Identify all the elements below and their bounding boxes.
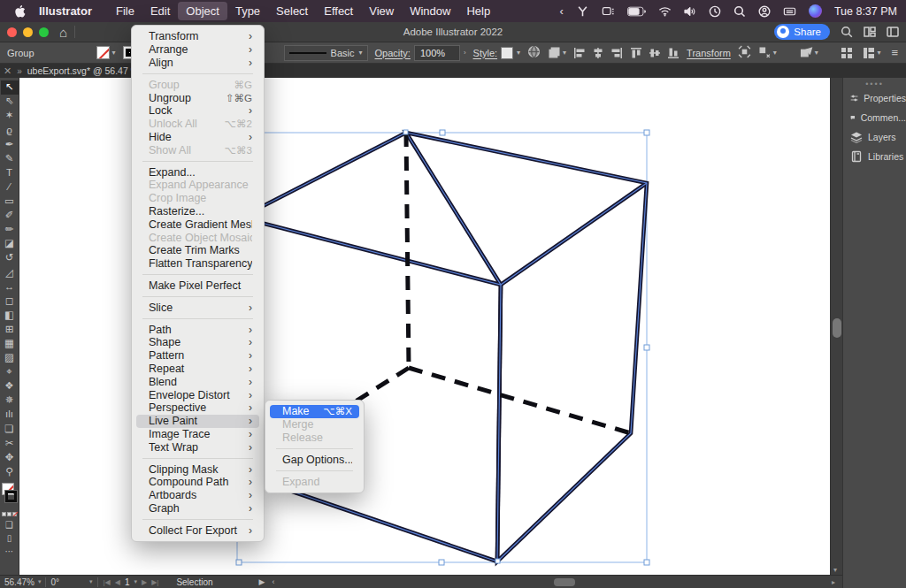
home-icon[interactable]: ⌂ — [59, 25, 67, 40]
panel-layers[interactable]: Layers — [843, 127, 906, 147]
workspace-switcher-icon[interactable]: ▾ — [863, 47, 880, 59]
control-bar-menu-icon[interactable]: ≡ — [891, 46, 899, 59]
prev-artboard-icon[interactable]: ◀ — [115, 578, 120, 586]
menu-item-shape[interactable]: Shape› — [136, 336, 259, 349]
fill-color-swatch[interactable] — [96, 46, 110, 59]
menubar-item-effect[interactable]: Effect — [316, 2, 361, 20]
menu-item-repeat[interactable]: Repeat› — [136, 363, 259, 376]
stroke-swatch[interactable] — [5, 491, 17, 502]
menu-item-slice[interactable]: Slice› — [136, 301, 259, 314]
menubar-item-object[interactable]: Object — [178, 2, 227, 20]
spotlight-icon[interactable] — [733, 5, 746, 18]
menu-item-graph[interactable]: Graph› — [136, 502, 259, 515]
isolate-selection-icon[interactable] — [738, 45, 751, 60]
align-center-icon[interactable] — [592, 47, 604, 59]
zoom-window-button[interactable] — [39, 27, 49, 37]
menubar-item-edit[interactable]: Edit — [142, 2, 178, 20]
width-tool[interactable]: ↔ — [1, 279, 19, 294]
lasso-tool[interactable]: ϱ — [1, 123, 19, 137]
opacity-expand-icon[interactable]: › — [464, 49, 466, 57]
menu-item-arrange[interactable]: Arrange› — [136, 43, 259, 57]
volume-icon[interactable] — [684, 5, 696, 18]
pen-tool[interactable]: ✒ — [1, 137, 19, 151]
menubar-item-type[interactable]: Type — [227, 2, 268, 20]
align-top-icon[interactable] — [630, 47, 642, 59]
perspective-grid-tool[interactable]: ⊞ — [1, 323, 19, 337]
fill-chevron-icon[interactable]: ▾ — [112, 49, 116, 57]
opacity-input[interactable]: 100% — [414, 45, 460, 61]
menu-item-collect-for-export[interactable]: Collect For Export› — [136, 523, 259, 537]
menu-item-compound-path[interactable]: Compound Path› — [136, 476, 259, 489]
menu-item-ungroup[interactable]: Ungroup⇧⌘G — [136, 91, 259, 104]
type-tool[interactable]: T — [1, 166, 19, 180]
scroll-right-icon[interactable]: ▸ — [832, 578, 835, 586]
menu-item-rasterize[interactable]: Rasterize... — [136, 205, 259, 218]
menu-item-expand[interactable]: Expand... — [136, 165, 259, 179]
fill-stroke-swatches[interactable] — [1, 483, 19, 508]
none-button[interactable] — [12, 512, 17, 516]
curvature-tool[interactable]: ✎ — [1, 151, 19, 165]
menu-item-transform[interactable]: Transform› — [136, 30, 259, 43]
menubar-item-view[interactable]: View — [361, 2, 402, 20]
panel-comments[interactable]: Commen... — [843, 108, 906, 127]
menubar-item-window[interactable]: Window — [402, 2, 458, 20]
align-left-icon[interactable] — [573, 47, 586, 59]
siri-icon[interactable] — [809, 4, 822, 18]
battery-icon[interactable] — [627, 5, 646, 18]
time-machine-icon[interactable] — [709, 5, 721, 18]
transform-link[interactable]: Transform — [687, 48, 731, 58]
menu-item-blend[interactable]: Blend› — [136, 375, 259, 388]
menubar-item-help[interactable]: Help — [458, 2, 498, 20]
align-right-icon[interactable] — [610, 47, 623, 59]
edit-toolbar-icon[interactable]: ⋯ — [5, 546, 14, 556]
color-button[interactable] — [2, 512, 6, 516]
share-button[interactable]: Share — [774, 24, 830, 40]
draw-mode-icon[interactable]: ❑ — [5, 520, 13, 530]
style-swatch[interactable] — [501, 47, 513, 59]
chevron-left-icon[interactable]: ‹ — [560, 4, 564, 18]
menubar-item-select[interactable]: Select — [268, 2, 316, 20]
menu-item-create-trim-marks[interactable]: Create Trim Marks — [136, 244, 259, 257]
shape-options-icon[interactable]: ▾ — [800, 46, 818, 59]
menu-item-flatten-transparency[interactable]: Flatten Transparency... — [136, 257, 259, 271]
stage-manager-icon[interactable] — [602, 5, 615, 18]
mesh-tool[interactable]: ▦ — [1, 337, 19, 351]
status-options-icon[interactable]: ▶ — [259, 577, 265, 586]
color-mode-buttons[interactable] — [2, 512, 17, 516]
artboard-dropdown-icon[interactable]: ▾ — [134, 578, 137, 585]
control-center-icon[interactable] — [758, 5, 771, 18]
line-segment-tool[interactable]: ∕ — [1, 180, 19, 195]
artboard-number[interactable]: 1 — [125, 577, 130, 587]
horizontal-scrollbar[interactable]: ▸ — [319, 577, 821, 587]
blend-tool[interactable]: ❖ — [1, 379, 19, 393]
minimize-window-button[interactable] — [23, 27, 33, 37]
rotate-tool[interactable]: ↺ — [1, 251, 19, 265]
menu-item-create-gradient-mesh[interactable]: Create Gradient Mesh... — [136, 218, 259, 231]
workspace-icon[interactable] — [887, 26, 899, 38]
direct-selection-tool[interactable]: ⇖ — [1, 95, 19, 109]
document-setup-globe-icon[interactable] — [527, 45, 541, 60]
vertical-scrollbar-thumb[interactable] — [833, 318, 841, 338]
cube-solid-edges[interactable] — [241, 133, 647, 561]
menu-item-make[interactable]: Make⌥⌘X — [270, 405, 359, 418]
artboard-tool[interactable]: ❏ — [1, 422, 19, 436]
menu-item-align[interactable]: Align› — [136, 57, 259, 70]
selection-bounding-box[interactable] — [237, 133, 647, 562]
horizontal-scrollbar-thumb[interactable] — [554, 578, 575, 586]
vertical-scrollbar[interactable]: ▾ — [830, 78, 842, 575]
menu-item-clipping-mask[interactable]: Clipping Mask› — [136, 462, 259, 476]
menu-item-path[interactable]: Path› — [136, 323, 259, 336]
eyedropper-tool[interactable]: ⌖ — [1, 365, 19, 379]
shaper-tool[interactable]: ✏ — [1, 223, 19, 237]
gradient-button[interactable] — [7, 512, 12, 516]
menu-item-perspective[interactable]: Perspective› — [136, 401, 259, 415]
eraser-tool[interactable]: ◪ — [1, 237, 19, 251]
menu-item-envelope-distort[interactable]: Envelope Distort› — [136, 388, 259, 401]
slice-tool[interactable]: ✂ — [1, 436, 19, 450]
wifi-icon[interactable] — [658, 5, 672, 18]
magic-wand-tool[interactable]: ✶ — [1, 109, 19, 123]
menu-item-hide[interactable]: Hide› — [136, 131, 259, 144]
menu-item-image-trace[interactable]: Image Trace› — [136, 428, 259, 441]
gradient-tool[interactable]: ▨ — [1, 351, 19, 365]
first-artboard-icon[interactable]: |◀ — [104, 578, 111, 586]
